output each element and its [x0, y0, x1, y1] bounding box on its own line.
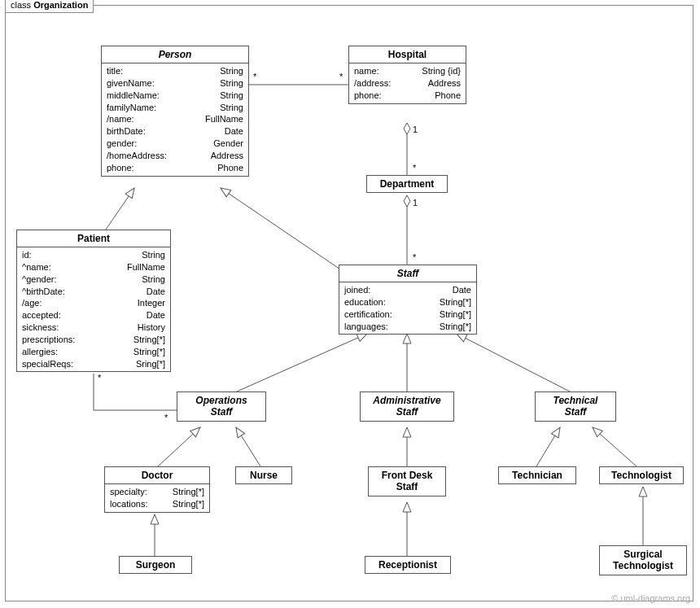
- attribute-row: gender:Gender: [107, 138, 243, 150]
- mult-hospital-dept-bot: *: [413, 163, 416, 173]
- attribute-row: familyName:String: [107, 102, 243, 114]
- class-attrs: id:String^name:FullName^gender:String^bi…: [17, 247, 170, 371]
- class-title: Technician: [499, 467, 575, 483]
- class-title: Front DeskStaff: [369, 467, 445, 496]
- class-technician: Technician: [498, 466, 576, 484]
- attribute-row: prescriptions:String[*]: [22, 334, 165, 346]
- class-front-desk-staff: Front DeskStaff: [368, 466, 446, 496]
- diagram-canvas: class Organization: [0, 0, 700, 608]
- class-department: Department: [366, 175, 448, 193]
- attribute-row: accepted:Date: [22, 309, 165, 321]
- attribute-row: birthDate:Date: [107, 125, 243, 138]
- class-doctor: Doctor specialty:String[*]locations:Stri…: [104, 466, 210, 513]
- class-operations-staff: OperationsStaff: [177, 391, 266, 422]
- frame-label-prefix: class: [11, 0, 31, 10]
- attribute-row: phone:Phone: [354, 90, 461, 102]
- mult-patient-ops-left: *: [98, 373, 101, 383]
- attribute-row: joined:Date: [344, 284, 471, 296]
- mult-dept-staff-top: 1: [413, 198, 418, 208]
- attribute-row: allergies:String[*]: [22, 346, 165, 358]
- attribute-row: /address:Address: [354, 77, 461, 90]
- attribute-row: /age:Integer: [22, 297, 165, 309]
- class-title: Surgeon: [120, 557, 191, 573]
- class-nurse: Nurse: [235, 466, 292, 484]
- class-title: Staff: [339, 265, 476, 282]
- class-title: OperationsStaff: [177, 392, 265, 421]
- class-title: TechnicalStaff: [536, 392, 615, 421]
- attribute-row: sickness:History: [22, 321, 165, 334]
- attribute-row: name:String {id}: [354, 65, 461, 77]
- attribute-row: /name:FullName: [107, 113, 243, 125]
- attribute-row: education:String[*]: [344, 296, 471, 308]
- mult-person-hospital-right: *: [339, 72, 343, 81]
- frame-label-name: Organization: [33, 0, 88, 10]
- class-surgical-technologist: SurgicalTechnologist: [599, 545, 687, 575]
- attribute-row: specialty:String[*]: [110, 486, 204, 498]
- class-person: Person title:StringgivenName:Stringmiddl…: [101, 46, 249, 177]
- class-title: Person: [102, 46, 248, 63]
- class-title: Patient: [17, 230, 170, 247]
- class-staff: Staff joined:Dateeducation:String[*]cert…: [339, 265, 477, 335]
- attribute-row: certification:String[*]: [344, 308, 471, 321]
- attribute-row: specialReqs:Sring[*]: [22, 358, 165, 370]
- mult-person-hospital-left: *: [253, 72, 256, 81]
- copyright-text: © uml-diagrams.org: [611, 593, 690, 603]
- class-patient: Patient id:String^name:FullName^gender:S…: [16, 230, 171, 372]
- class-attrs: name:String {id}/address:Addressphone:Ph…: [349, 63, 466, 103]
- class-hospital: Hospital name:String {id}/address:Addres…: [348, 46, 466, 104]
- class-title: Department: [367, 176, 447, 192]
- class-title: Doctor: [105, 467, 209, 484]
- class-title: Technologist: [600, 467, 683, 483]
- class-title: Nurse: [236, 467, 291, 483]
- class-title: AdministrativeStaff: [361, 392, 453, 421]
- class-surgeon: Surgeon: [119, 556, 192, 574]
- class-attrs: title:StringgivenName:StringmiddleName:S…: [102, 63, 248, 176]
- attribute-row: languages:String[*]: [344, 321, 471, 333]
- class-technologist: Technologist: [599, 466, 684, 484]
- class-receptionist: Receptionist: [365, 556, 451, 574]
- mult-patient-ops-right: *: [164, 413, 168, 422]
- class-title: Receptionist: [365, 557, 450, 573]
- frame-tab: class Organization: [5, 0, 94, 13]
- attribute-row: ^birthDate:Date: [22, 286, 165, 298]
- attribute-row: phone:Phone: [107, 162, 243, 174]
- attribute-row: ^name:FullName: [22, 261, 165, 273]
- attribute-row: locations:String[*]: [110, 498, 204, 510]
- mult-hospital-dept-top: 1: [413, 125, 418, 134]
- attribute-row: /homeAddress:Address: [107, 150, 243, 162]
- class-title: SurgicalTechnologist: [600, 546, 686, 575]
- class-technical-staff: TechnicalStaff: [535, 391, 616, 422]
- attribute-row: middleName:String: [107, 90, 243, 102]
- class-attrs: specialty:String[*]locations:String[*]: [105, 484, 209, 512]
- attribute-row: ^gender:String: [22, 273, 165, 286]
- attribute-row: id:String: [22, 249, 165, 261]
- attribute-row: givenName:String: [107, 77, 243, 90]
- class-title: Hospital: [349, 46, 466, 63]
- class-administrative-staff: AdministrativeStaff: [360, 391, 454, 422]
- mult-dept-staff-bot: *: [413, 252, 416, 262]
- class-attrs: joined:Dateeducation:String[*]certificat…: [339, 282, 476, 334]
- attribute-row: title:String: [107, 65, 243, 77]
